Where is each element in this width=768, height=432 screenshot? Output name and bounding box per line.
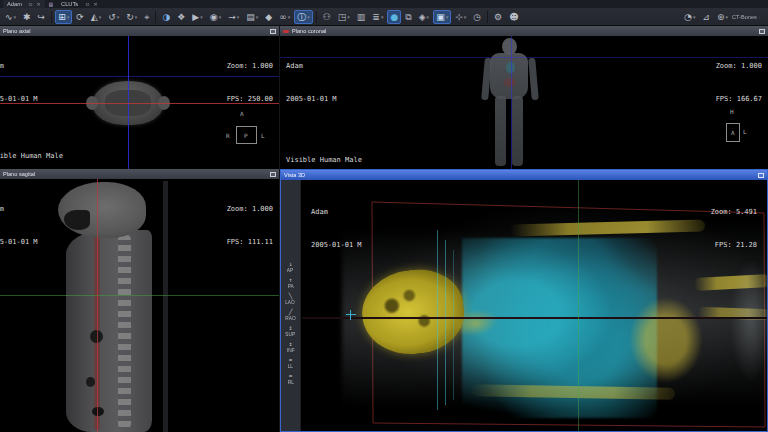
tab-close-icon[interactable]: ✕ (37, 1, 41, 7)
rotate-ccw-button[interactable]: ↺ (105, 10, 122, 24)
maximize-button[interactable] (759, 29, 765, 34)
print-icon: ≣ (372, 11, 380, 23)
panel-sagittal-titlebar[interactable]: Plano sagital (0, 169, 279, 179)
swoosh-tool-icon: ↪ (38, 11, 46, 23)
panel-axial-titlebar[interactable]: Plano axial (0, 26, 279, 36)
eraser-button[interactable]: ◆ (262, 10, 275, 24)
film-strip-button[interactable]: ▥ (354, 10, 369, 24)
patient-name: Adam (286, 61, 337, 72)
flip-tool-icon: ◭ (91, 11, 98, 23)
orient-ap-button[interactable]: ↓ AP (282, 260, 300, 275)
orientation-marker: A R P L (224, 110, 268, 148)
user-icon: ☻ (509, 11, 518, 23)
maximize-button[interactable] (758, 173, 764, 178)
tab-cluts-label: CLUTs (61, 1, 78, 8)
sagittal-body-image (52, 182, 156, 432)
orient-inf-icon: ↥ (289, 341, 293, 347)
panel-3d-title: Vista 3D (284, 171, 305, 179)
patients-button[interactable]: ⚇ (320, 10, 334, 24)
pan-tool-button[interactable]: ⌖ (141, 10, 152, 24)
clock-button[interactable]: ◔ (681, 10, 698, 24)
tab-close-icon[interactable]: ✕ (94, 1, 98, 7)
settings-button[interactable]: ⚙ (491, 10, 505, 24)
fusion-icon: ❖ (177, 11, 185, 23)
tab-cluts[interactable]: CLUTs ⊡ ✕ (57, 0, 102, 8)
tab-detach-icon[interactable]: ⊡ (86, 1, 90, 7)
scan-table-edge (163, 181, 168, 432)
fps-value: FPS: 166.67 (716, 94, 762, 105)
window-level-button[interactable]: ◑ (159, 10, 173, 24)
palette-button[interactable]: ⊛ (714, 10, 731, 24)
rotate-cw-button[interactable]: ↻ (123, 10, 140, 24)
pan-3d-button[interactable]: ⊹ (452, 10, 469, 24)
volume-edit-button[interactable]: ▣ (433, 10, 451, 24)
organs-volume (462, 238, 657, 418)
window-level-icon: ◑ (162, 11, 170, 23)
swoosh-tool-button[interactable]: ↪ (35, 10, 49, 24)
view3d-viewport[interactable]: Adam 2005-01-01 M Zoom: 5.491 FPS: 21.28 (302, 180, 767, 431)
cube-3d-button[interactable]: ◈ (416, 10, 432, 24)
cine-play-button[interactable]: ▶ (189, 10, 205, 24)
info-button[interactable]: ⓘ (294, 10, 313, 24)
sagittal-viewport[interactable]: Adam 2005-01-01 M Zoom: 1.000 FPS: 111.1… (0, 179, 279, 432)
cine-strip-button[interactable]: ▤ (243, 10, 261, 24)
new-window-button[interactable]: ⧉ (402, 10, 414, 24)
cluts-doc-icon: ▦ (49, 1, 54, 8)
rotate-ccw-icon: ↺ (108, 11, 116, 23)
sphere-3d-icon: ● (390, 11, 398, 23)
histogram-button[interactable]: ⊿ (699, 10, 713, 24)
orbit-rotate-button[interactable]: ⟳ (73, 10, 87, 24)
user-button[interactable]: ☻ (506, 10, 521, 24)
panel-3d-titlebar[interactable]: Vista 3D (281, 170, 767, 180)
crosshair-horizontal-blue (280, 57, 768, 58)
orbit-rotate-icon: ⟳ (76, 11, 84, 23)
orient-rao-icon: ╱ (289, 309, 293, 315)
app-window: Adam ⊡ ✕ ▦ CLUTs ⊡ ✕ ∿ ✱ ↪ ⊞ ⟳ ◭ ↺ ↻ ⌖ ◑… (0, 0, 768, 432)
axial-viewport[interactable]: Adam 2005-01-01 M Zoom: 1.000 FPS: 250.0… (0, 36, 279, 169)
pan-3d-icon: ⊹ (455, 11, 463, 23)
orientation-toolbar: ↓ AP ↑ PA ╲ LAO ╱ RAO ↧ SUP ↥ INF (281, 180, 301, 431)
coronal-viewport[interactable]: Adam 2005-01-01 M Zoom: 1.000 FPS: 166.6… (280, 36, 768, 169)
orient-ll-button[interactable]: = LL (282, 356, 300, 371)
clut-selector-label[interactable]: CT-Bones + S (732, 14, 759, 20)
curve-tool-button[interactable]: ∿ (2, 10, 19, 24)
skin-volume (342, 208, 767, 428)
sphere-3d-button[interactable]: ● (387, 10, 401, 24)
star-tool-button[interactable]: ✱ (20, 10, 34, 24)
rotate-cw-icon: ↻ (126, 11, 134, 23)
tab-adam[interactable]: Adam ⊡ ✕ (3, 0, 45, 8)
patient-name: Adam (0, 61, 38, 72)
orient-ap-icon: ↓ (289, 261, 293, 267)
orient-inf-button[interactable]: ↥ INF (282, 340, 300, 355)
orient-rao-button[interactable]: ╱ RAO (282, 308, 300, 323)
reference-line-green (578, 180, 579, 431)
new-window-icon: ⧉ (405, 11, 411, 23)
link-series-button[interactable]: ∞ (276, 10, 293, 24)
maximize-button[interactable] (270, 172, 276, 177)
history-button[interactable]: ◷ (470, 10, 484, 24)
layout-grid-button[interactable]: ⊞ (55, 10, 72, 24)
pan-tool-icon: ⌖ (144, 11, 149, 23)
clock-icon: ◔ (684, 11, 692, 23)
flow-arrow-button[interactable]: → (225, 10, 242, 24)
export-view-button[interactable]: ◳ (335, 10, 353, 24)
panel-coronal-titlebar[interactable]: Plano coronal (280, 26, 768, 36)
main-toolbar: ∿ ✱ ↪ ⊞ ⟳ ◭ ↺ ↻ ⌖ ◑ ❖ ▶ ◉ → ▤ ◆ ∞ ⓘ ⚇ ◳ … (0, 8, 768, 26)
orient-pa-button[interactable]: ↑ PA (282, 276, 300, 291)
crosshair-vertical-blue (128, 36, 129, 169)
orient-lao-button[interactable]: ╲ LAO (282, 292, 300, 307)
orient-sup-button[interactable]: ↧ SUP (282, 324, 300, 339)
link-series-icon: ∞ (279, 11, 287, 23)
tab-bar: Adam ⊡ ✕ ▦ CLUTs ⊡ ✕ (0, 0, 768, 8)
series-info-overlay: Visible Human Male Resampled to 1mm voxe… (286, 133, 383, 169)
fusion-button[interactable]: ❖ (174, 10, 188, 24)
flip-tool-button[interactable]: ◭ (88, 10, 104, 24)
orient-rl-button[interactable]: = RL (282, 372, 300, 387)
tab-detach-icon[interactable]: ⊡ (29, 1, 33, 7)
histogram-icon: ⊿ (702, 11, 710, 23)
print-button[interactable]: ≣ (369, 10, 386, 24)
marker-pin-button[interactable]: ◉ (207, 10, 224, 24)
toolbar-separator (51, 11, 52, 23)
fps-value: FPS: 21.28 (711, 240, 757, 251)
maximize-button[interactable] (270, 29, 276, 34)
